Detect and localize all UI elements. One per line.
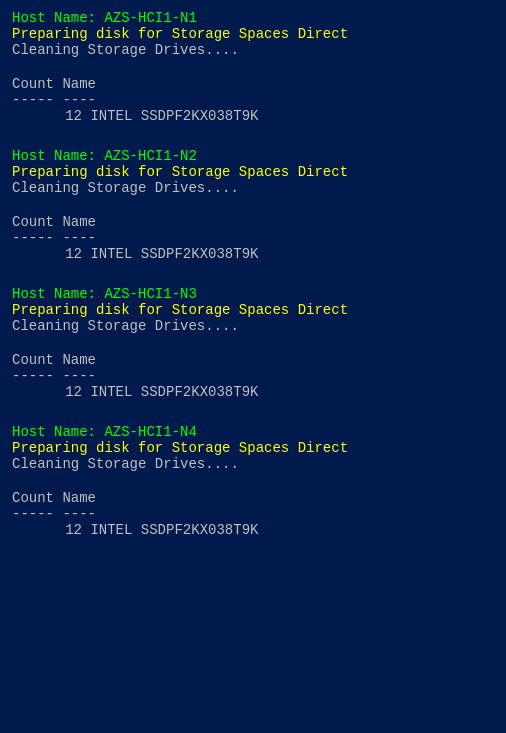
preparing-n3: Preparing disk for Storage Spaces Direct [12, 302, 494, 318]
node-block-n4: Host Name: AZS-HCI1-N4 Preparing disk fo… [12, 424, 494, 538]
cleaning-n2: Cleaning Storage Drives.... [12, 180, 494, 196]
cleaning-n3: Cleaning Storage Drives.... [12, 318, 494, 334]
node-block-n3: Host Name: AZS-HCI1-N3 Preparing disk fo… [12, 286, 494, 400]
terminal-output: Host Name: AZS-HCI1-N1 Preparing disk fo… [12, 10, 494, 538]
table-row-n1: 12 INTEL SSDPF2KX038T9K [12, 108, 494, 124]
preparing-n1: Preparing disk for Storage Spaces Direct [12, 26, 494, 42]
table-separator-n1: ----- ---- [12, 92, 494, 108]
table-header-n3: Count Name [12, 352, 494, 368]
preparing-n2: Preparing disk for Storage Spaces Direct [12, 164, 494, 180]
table-header-n2: Count Name [12, 214, 494, 230]
table-header-n4: Count Name [12, 490, 494, 506]
cleaning-n1: Cleaning Storage Drives.... [12, 42, 494, 58]
hostname-n1: Host Name: AZS-HCI1-N1 [12, 10, 494, 26]
table-header-n1: Count Name [12, 76, 494, 92]
preparing-n4: Preparing disk for Storage Spaces Direct [12, 440, 494, 456]
table-separator-n2: ----- ---- [12, 230, 494, 246]
table-separator-n4: ----- ---- [12, 506, 494, 522]
hostname-n2: Host Name: AZS-HCI1-N2 [12, 148, 494, 164]
hostname-n4: Host Name: AZS-HCI1-N4 [12, 424, 494, 440]
node-block-n2: Host Name: AZS-HCI1-N2 Preparing disk fo… [12, 148, 494, 262]
table-row-n4: 12 INTEL SSDPF2KX038T9K [12, 522, 494, 538]
table-row-n3: 12 INTEL SSDPF2KX038T9K [12, 384, 494, 400]
node-block-n1: Host Name: AZS-HCI1-N1 Preparing disk fo… [12, 10, 494, 124]
table-row-n2: 12 INTEL SSDPF2KX038T9K [12, 246, 494, 262]
cleaning-n4: Cleaning Storage Drives.... [12, 456, 494, 472]
hostname-n3: Host Name: AZS-HCI1-N3 [12, 286, 494, 302]
table-separator-n3: ----- ---- [12, 368, 494, 384]
